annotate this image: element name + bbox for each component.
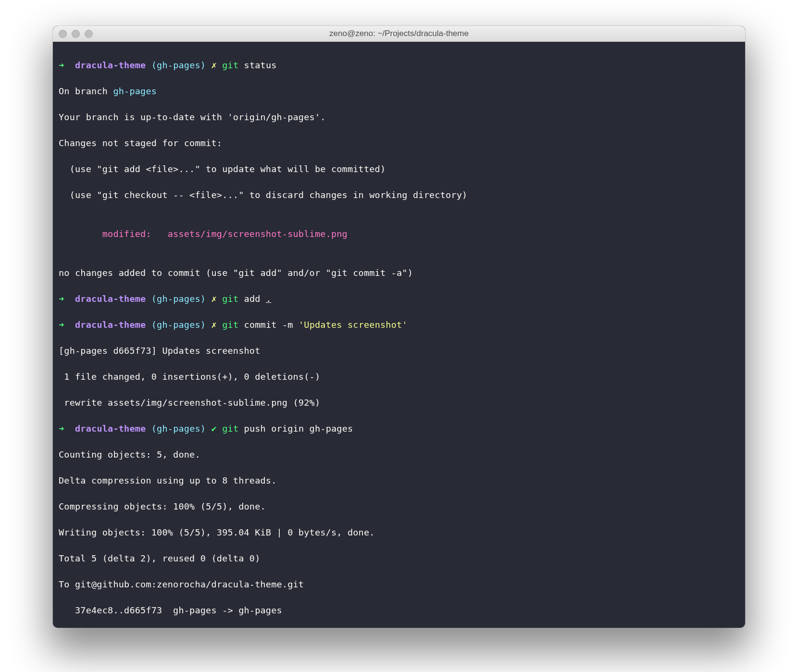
output-line: [gh-pages d665f73] Updates screenshot bbox=[59, 344, 739, 357]
output-line: no changes added to commit (use "git add… bbox=[59, 266, 739, 279]
close-icon[interactable] bbox=[59, 30, 67, 38]
output-line: 1 file changed, 0 insertions(+), 0 delet… bbox=[59, 370, 739, 383]
prompt-dir: dracula-theme bbox=[75, 294, 146, 304]
terminal-body[interactable]: ➜ dracula-theme (gh-pages) ✗ git status … bbox=[53, 42, 745, 628]
dirty-icon: ✗ bbox=[212, 294, 217, 304]
prompt-line: ➜ dracula-theme (gh-pages) ✔ git push or… bbox=[59, 422, 739, 435]
prompt-line: ➜ dracula-theme (gh-pages) ✗ git status bbox=[59, 59, 739, 72]
prompt-branch: (gh-pages) bbox=[151, 423, 206, 434]
prompt-branch: (gh-pages) bbox=[151, 60, 206, 70]
prompt-arrow-icon: ➜ bbox=[59, 294, 64, 304]
output-line: Counting objects: 5, done. bbox=[59, 448, 739, 461]
prompt-arrow-icon: ➜ bbox=[59, 320, 64, 330]
command-args: push origin gh-pages bbox=[244, 423, 353, 434]
output-line: (use "git checkout -- <file>..." to disc… bbox=[59, 188, 739, 201]
prompt-line: ➜ dracula-theme (gh-pages) ✗ git commit … bbox=[59, 318, 739, 331]
output-line: Compressing objects: 100% (5/5), done. bbox=[59, 500, 739, 513]
titlebar: zeno@zeno: ~/Projects/dracula-theme bbox=[53, 26, 745, 42]
command-args: status bbox=[244, 60, 277, 70]
command-string: 'Updates screenshot' bbox=[299, 320, 408, 330]
window-title: zeno@zeno: ~/Projects/dracula-theme bbox=[53, 29, 745, 38]
output-line: Total 5 (delta 2), reused 0 (delta 0) bbox=[59, 552, 739, 565]
prompt-line: ➜ dracula-theme (gh-pages) ✗ git add . bbox=[59, 292, 739, 305]
prompt-dir: dracula-theme bbox=[75, 423, 146, 434]
output-line: Your branch is up-to-date with 'origin/g… bbox=[59, 111, 739, 124]
branch-name: gh-pages bbox=[113, 86, 157, 96]
prompt-arrow-icon: ➜ bbox=[59, 60, 64, 70]
dirty-icon: ✗ bbox=[212, 320, 217, 330]
prompt-arrow-icon: ➜ bbox=[59, 423, 64, 434]
command: git bbox=[222, 320, 238, 330]
output-line: Changes not staged for commit: bbox=[59, 137, 739, 149]
prompt-dir: dracula-theme bbox=[75, 60, 146, 70]
output-line: On branch gh-pages bbox=[59, 85, 739, 98]
clean-icon: ✔ bbox=[212, 423, 217, 434]
prompt-branch: (gh-pages) bbox=[151, 294, 206, 304]
command-args: add bbox=[244, 294, 266, 304]
command-args: commit -m bbox=[244, 320, 299, 330]
output-modified: modified: assets/img/screenshot-sublime.… bbox=[59, 227, 739, 240]
prompt-branch: (gh-pages) bbox=[151, 320, 206, 330]
prompt-dir: dracula-theme bbox=[75, 320, 146, 330]
command: git bbox=[222, 294, 238, 304]
traffic-lights bbox=[59, 30, 93, 38]
command: git bbox=[222, 423, 238, 434]
output-line: rewrite assets/img/screenshot-sublime.pn… bbox=[59, 396, 739, 409]
minimize-icon[interactable] bbox=[72, 30, 80, 38]
output-line: To git@github.com:zenorocha/dracula-them… bbox=[59, 578, 739, 591]
output-line: 37e4ec8..d665f73 gh-pages -> gh-pages bbox=[59, 604, 739, 617]
command-args: . bbox=[266, 294, 271, 304]
command: git bbox=[222, 60, 238, 70]
output-line: Writing objects: 100% (5/5), 395.04 KiB … bbox=[59, 526, 739, 539]
output-line: (use "git add <file>..." to update what … bbox=[59, 162, 739, 175]
output-line: Delta compression using up to 8 threads. bbox=[59, 474, 739, 487]
terminal-window: zeno@zeno: ~/Projects/dracula-theme ➜ dr… bbox=[53, 26, 745, 628]
dirty-icon: ✗ bbox=[212, 60, 217, 70]
zoom-icon[interactable] bbox=[85, 30, 93, 38]
